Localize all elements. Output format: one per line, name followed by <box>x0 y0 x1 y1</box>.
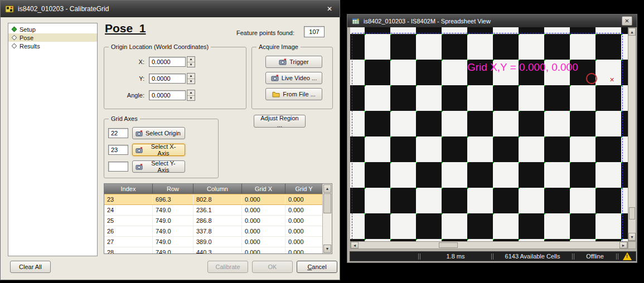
tree-item-results[interactable]: Results <box>8 42 97 50</box>
column-header-index[interactable]: Index <box>104 184 153 194</box>
calibrategrid-titlebar[interactable]: is8402_010203 - CalibrateGrid ✕ <box>1 1 340 17</box>
trigger-label: Trigger <box>289 58 308 65</box>
group-title: Origin Location (World Coordinates) <box>109 43 211 50</box>
spin-down-icon[interactable]: ▼ <box>187 95 195 101</box>
select-x-axis-button[interactable]: Select X-Axis <box>132 144 185 156</box>
table-cell: 0.000 <box>285 237 322 247</box>
feature-points-value: 107 <box>304 26 325 37</box>
table-cell: 0.000 <box>242 216 285 226</box>
table-cell: 749.0 <box>153 205 193 215</box>
angle-label: Angle: <box>110 92 144 99</box>
image-horizontal-scrollbar[interactable]: ◄ ► <box>350 241 628 249</box>
table-row[interactable]: 25 749.0 286.8 0.000 0.000 <box>104 216 332 226</box>
spin-down-icon[interactable]: ▼ <box>187 62 195 67</box>
ok-label: OK <box>268 264 277 270</box>
x-axis-index-field[interactable]: 23 <box>108 145 128 155</box>
table-cell: 0.000 <box>285 226 322 236</box>
scroll-up-icon[interactable]: ▲ <box>323 184 331 193</box>
image-vertical-scrollbar[interactable]: ▲ ▼ <box>628 27 636 241</box>
spin-up-icon[interactable]: ▲ <box>187 57 195 62</box>
table-row[interactable]: 28 749.0 440.3 0.000 0.000 <box>104 247 332 254</box>
ok-button[interactable]: OK <box>252 261 293 273</box>
table-cell: 25 <box>104 216 153 226</box>
scrollbar-thumb[interactable] <box>629 207 635 219</box>
warning-segment[interactable]: ! <box>619 252 636 261</box>
y-label: Y: <box>110 75 144 82</box>
x-spinner[interactable]: ▲ ▼ <box>187 56 195 67</box>
grid-xy-overlay-text: Grid X,Y = 0.000, 0.000 <box>467 61 578 74</box>
tree-item-setup[interactable]: Setup <box>8 25 97 33</box>
spin-down-icon[interactable]: ▼ <box>187 79 195 84</box>
table-cell: 0.000 <box>242 237 285 247</box>
status-bar: 1.8 ms 6143 Available Cells Offline ! <box>350 251 636 261</box>
window-title: is8402_010203 - IS8402M - Spreadsheet Vi… <box>364 18 618 25</box>
scrollbar-thumb[interactable] <box>439 242 458 248</box>
table-row[interactable]: 24 749.0 236.1 0.000 0.000 <box>104 205 332 216</box>
from-file-label: From File ... <box>283 91 316 97</box>
available-cells: 6143 Available Cells <box>494 252 571 261</box>
y-axis-index-field[interactable] <box>108 162 128 172</box>
select-origin-button[interactable]: Select Origin <box>132 127 185 139</box>
column-header-row[interactable]: Row <box>153 184 193 194</box>
table-cell: 28 <box>104 247 153 254</box>
select-origin-label: Select Origin <box>146 130 181 136</box>
adjust-region-button[interactable]: Adjust Region ... <box>254 115 306 128</box>
close-icon[interactable]: ✕ <box>622 16 632 26</box>
table-cell: 0.000 <box>285 194 322 204</box>
select-y-axis-button[interactable]: Select Y-Axis <box>132 160 185 173</box>
table-scrollbar[interactable]: ▲ ▼ <box>322 184 332 253</box>
table-cell: 802.8 <box>193 194 242 204</box>
calibrategrid-dialog: is8402_010203 - CalibrateGrid ✕ Setup Po… <box>0 0 340 280</box>
table-row[interactable]: 23 696.3 802.8 0.000 0.000 <box>104 194 332 205</box>
scroll-left-icon[interactable]: ◄ <box>351 242 359 248</box>
statusbar-separator <box>615 253 619 260</box>
tree-item-label: Pose <box>20 35 33 41</box>
table-cell: 440.3 <box>193 247 242 254</box>
wizard-step-list: Setup Pose Results <box>8 23 98 256</box>
close-icon[interactable]: ✕ <box>324 4 335 14</box>
live-video-button[interactable]: Live Video ... <box>265 72 322 84</box>
window-title: is8402_010203 - CalibrateGrid <box>18 5 320 13</box>
spreadsheet-app-icon <box>352 17 360 25</box>
statusbar-separator <box>417 253 421 260</box>
scrollbar-thumb[interactable] <box>323 193 331 213</box>
table-cell: 24 <box>104 205 153 215</box>
camera-image-checkerboard[interactable]: Grid X,Y = 0.000, 0.000 ✕ <box>350 27 628 241</box>
desktop-background: is8402_010203 - CalibrateGrid ✕ Setup Po… <box>0 0 644 283</box>
table-cell: 23 <box>104 194 153 204</box>
table-cell: 749.0 <box>153 216 193 226</box>
group-title: Acquire Image <box>256 43 301 50</box>
cancel-button[interactable]: Cancel <box>297 261 337 273</box>
scroll-right-icon[interactable]: ► <box>619 242 627 248</box>
pose-step-icon <box>12 35 17 41</box>
table-row[interactable]: 26 749.0 337.8 0.000 0.000 <box>104 226 332 237</box>
x-input[interactable]: 0.0000 <box>149 57 186 67</box>
acquire-image-group: Acquire Image Trigger Live Video ... Fro… <box>251 47 333 109</box>
angle-input[interactable]: 0.0000 <box>149 90 186 100</box>
calibrate-button[interactable]: Calibrate <box>207 261 248 273</box>
tree-item-pose[interactable]: Pose <box>8 33 97 42</box>
spin-up-icon[interactable]: ▲ <box>187 74 195 79</box>
camera-icon <box>271 74 279 82</box>
origin-marker-circle <box>586 73 597 84</box>
table-cell: 0.000 <box>285 205 322 215</box>
scroll-down-icon[interactable]: ▼ <box>323 245 331 253</box>
spreadsheet-titlebar[interactable]: is8402_010203 - IS8402M - Spreadsheet Vi… <box>347 14 637 27</box>
scroll-up-icon[interactable]: ▲ <box>628 28 636 36</box>
y-input[interactable]: 0.0000 <box>149 74 186 84</box>
angle-spinner[interactable]: ▲ ▼ <box>187 90 195 101</box>
table-cell: 0.000 <box>285 216 322 226</box>
results-step-icon <box>12 43 17 49</box>
column-header-grid-x[interactable]: Grid X <box>242 184 285 194</box>
trigger-button[interactable]: Trigger <box>265 56 322 68</box>
from-file-button[interactable]: From File ... <box>265 88 322 100</box>
origin-index-field[interactable]: 22 <box>108 128 128 138</box>
spin-up-icon[interactable]: ▲ <box>187 90 195 95</box>
scroll-down-icon[interactable]: ▼ <box>628 233 636 241</box>
table-row[interactable]: 27 749.0 389.0 0.000 0.000 <box>104 237 332 247</box>
clear-all-button[interactable]: Clear All <box>10 261 51 273</box>
table-cell: 27 <box>104 237 153 247</box>
column-header-grid-y[interactable]: Grid Y <box>285 184 322 194</box>
column-header-column[interactable]: Column <box>193 184 242 194</box>
y-spinner[interactable]: ▲ ▼ <box>187 73 195 84</box>
